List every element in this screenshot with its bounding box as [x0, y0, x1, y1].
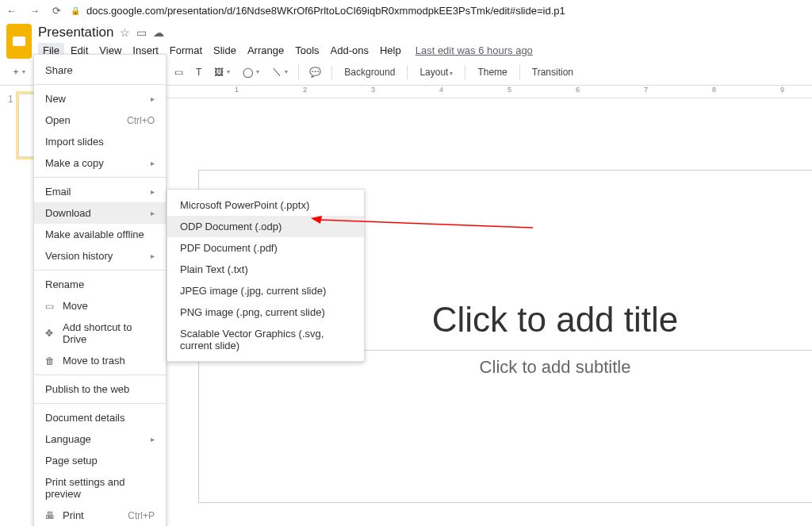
subtitle-placeholder[interactable]: Click to add subtitle — [480, 357, 631, 378]
nav-back-icon[interactable]: ← — [6, 5, 17, 17]
ruler-tick: 4 — [439, 86, 443, 94]
separator — [34, 84, 166, 85]
download-pptx[interactable]: Microsoft PowerPoint (.pptx) — [167, 194, 364, 216]
background-button[interactable]: Background — [338, 63, 401, 81]
file-menu-print[interactable]: 🖶PrintCtrl+P — [34, 505, 166, 526]
textbox-tool[interactable]: T — [191, 63, 206, 81]
file-menu-page-setup[interactable]: Page setup — [34, 450, 166, 471]
thumbnail-number: 1 — [8, 94, 13, 157]
file-menu-open[interactable]: OpenCtrl+O — [34, 109, 166, 131]
menu-tools[interactable]: Tools — [290, 43, 324, 58]
url-text[interactable]: docs.google.com/presentation/d/16Ndse8WK… — [86, 5, 565, 17]
file-menu-add-shortcut[interactable]: ✥Add shortcut to Drive — [34, 317, 166, 350]
folder-icon: ▭ — [45, 301, 58, 312]
file-menu-publish[interactable]: Publish to the web — [34, 378, 166, 400]
menu-arrange[interactable]: Arrange — [243, 43, 289, 58]
file-menu-version-history[interactable]: Version history▸ — [34, 245, 166, 267]
file-menu-document-details[interactable]: Document details — [34, 407, 166, 428]
browser-chrome: ← → ⟳ 🔒 docs.google.com/presentation/d/1… — [0, 0, 812, 21]
download-svg[interactable]: Scalable Vector Graphics (.svg, current … — [167, 323, 364, 356]
new-slide-button[interactable]: ＋▾ — [6, 62, 30, 82]
file-menu-move[interactable]: ▭Move — [34, 295, 166, 317]
download-png[interactable]: PNG image (.png, current slide) — [167, 301, 364, 323]
separator — [298, 65, 299, 79]
ruler-tick: 9 — [780, 86, 784, 94]
file-menu-download[interactable]: Download▸ — [34, 202, 166, 224]
download-jpg[interactable]: JPEG image (.jpg, current slide) — [167, 280, 364, 301]
file-menu-email[interactable]: Email▸ — [34, 181, 166, 202]
transition-button[interactable]: Transition — [526, 63, 580, 81]
separator — [34, 177, 166, 178]
menu-help[interactable]: Help — [375, 43, 406, 58]
line-tool[interactable]: ＼▾ — [267, 62, 293, 82]
file-menu-make-copy[interactable]: Make a copy▸ — [34, 152, 166, 174]
separator — [407, 65, 408, 79]
file-menu-dropdown: Share New▸ OpenCtrl+O Import slides Make… — [33, 54, 167, 526]
ruler-tick: 6 — [576, 86, 580, 94]
ruler-tick: 5 — [508, 86, 511, 94]
file-menu-import-slides[interactable]: Import slides — [34, 131, 166, 152]
select-tool[interactable]: ▭ — [170, 63, 188, 81]
shape-tool[interactable]: ◯▾ — [238, 63, 264, 81]
separator — [331, 65, 332, 79]
file-menu-new[interactable]: New▸ — [34, 88, 166, 109]
file-menu-move-trash[interactable]: 🗑Move to trash — [34, 350, 166, 371]
separator — [34, 270, 166, 271]
separator — [465, 65, 465, 79]
nav-reload-icon[interactable]: ⟳ — [52, 5, 61, 17]
slides-logo-icon[interactable] — [6, 24, 32, 59]
drive-shortcut-icon: ✥ — [45, 328, 58, 339]
file-menu-share[interactable]: Share — [34, 60, 166, 81]
file-menu-make-offline[interactable]: Make available offline — [34, 224, 166, 245]
menu-slide[interactable]: Slide — [209, 43, 241, 58]
separator — [34, 374, 166, 375]
ruler-tick: 8 — [712, 86, 716, 94]
doc-header: Presentation ☆ ▭ ☁ File Edit View Insert… — [0, 21, 812, 59]
theme-button[interactable]: Theme — [471, 63, 513, 81]
ruler-tick: 2 — [303, 86, 307, 94]
download-submenu: Microsoft PowerPoint (.pptx) ODP Documen… — [167, 189, 365, 362]
trash-icon: 🗑 — [45, 355, 58, 367]
ruler-tick: 1 — [235, 86, 239, 94]
comment-button[interactable]: 💬 — [304, 63, 326, 81]
cloud-status-icon: ☁ — [153, 26, 164, 39]
download-pdf[interactable]: PDF Document (.pdf) — [167, 237, 364, 259]
separator — [34, 403, 166, 404]
lock-icon: 🔒 — [71, 6, 80, 15]
ruler-tick: 7 — [644, 86, 648, 94]
layout-button[interactable]: Layout▾ — [413, 63, 459, 81]
last-edit-link[interactable]: Last edit was 6 hours ago — [416, 44, 533, 56]
nav-forward-icon[interactable]: → — [29, 5, 40, 17]
move-folder-icon[interactable]: ▭ — [136, 26, 147, 39]
menu-format[interactable]: Format — [165, 43, 207, 58]
image-tool[interactable]: 🖼▾ — [209, 63, 235, 81]
star-icon[interactable]: ☆ — [120, 26, 130, 39]
horizontal-ruler: 12345678910 — [135, 86, 812, 98]
download-odp[interactable]: ODP Document (.odp) — [167, 216, 364, 237]
file-menu-print-settings[interactable]: Print settings and preview — [34, 471, 166, 505]
download-txt[interactable]: Plain Text (.txt) — [167, 259, 364, 280]
menu-addons[interactable]: Add-ons — [326, 43, 373, 58]
separator — [519, 65, 520, 79]
doc-title[interactable]: Presentation — [38, 25, 113, 40]
ruler-tick: 3 — [371, 86, 375, 94]
file-menu-language[interactable]: Language▸ — [34, 428, 166, 450]
file-menu-rename[interactable]: Rename — [34, 274, 166, 295]
print-icon: 🖶 — [45, 510, 58, 521]
